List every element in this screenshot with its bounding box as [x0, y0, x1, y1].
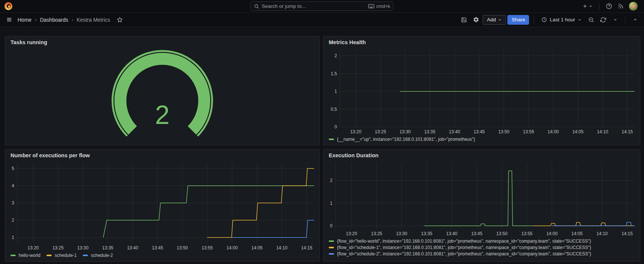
svg-text:1.5: 1.5: [331, 71, 337, 76]
svg-text:14:15: 14:15: [622, 129, 633, 134]
divider: [599, 3, 599, 10]
svg-text:2: 2: [12, 218, 14, 223]
clock-icon: [541, 17, 547, 22]
svg-text:5: 5: [12, 166, 14, 171]
panel-executions-per-flow: Number of executions per flow 13:2013:25…: [5, 149, 320, 262]
svg-text:13:25: 13:25: [371, 231, 382, 236]
svg-text:13:25: 13:25: [52, 245, 64, 251]
dashboard-toolbar: Home › Dashboards › Kestra Metrics Add S…: [0, 13, 644, 27]
settings-button[interactable]: [471, 15, 481, 25]
breadcrumb-current: Kestra Metrics: [77, 17, 110, 23]
executions-chart[interactable]: 13:2013:2513:3013:3513:4013:4513:5013:55…: [5, 160, 319, 252]
new-button[interactable]: [580, 2, 595, 10]
top-nav: Search or jump to... cmd+k: [0, 0, 644, 13]
gauge-value: 2: [155, 100, 170, 130]
svg-text:0: 0: [330, 223, 332, 228]
collapse-toolbar-button[interactable]: [630, 15, 640, 25]
breadcrumb-home[interactable]: Home: [18, 17, 31, 23]
share-button[interactable]: Share: [507, 15, 529, 25]
gauge: 2: [5, 47, 319, 145]
legend-label: {flow_id="hello-world", instance="192.16…: [337, 239, 591, 244]
svg-text:13:50: 13:50: [177, 245, 188, 251]
zoom-out-button[interactable]: [586, 15, 596, 25]
legend-swatch: [329, 247, 334, 248]
panel-header[interactable]: Execution Duration: [323, 149, 640, 160]
svg-text:13:40: 13:40: [449, 129, 460, 134]
svg-text:13:35: 13:35: [424, 129, 435, 134]
refresh-interval-dropdown[interactable]: [610, 15, 620, 25]
svg-text:13:55: 13:55: [523, 129, 534, 134]
svg-text:1: 1: [12, 235, 14, 240]
legend-swatch: [329, 253, 334, 255]
legend-swatch: [10, 255, 16, 256]
profile-button[interactable]: [627, 0, 640, 12]
svg-text:13:35: 13:35: [421, 231, 432, 236]
svg-text:14:15: 14:15: [301, 245, 312, 251]
svg-text:13:30: 13:30: [396, 231, 407, 236]
refresh-button[interactable]: [598, 15, 608, 25]
svg-text:14:15: 14:15: [622, 231, 633, 236]
gauge-arc: 2: [5, 47, 319, 145]
svg-text:3: 3: [12, 200, 14, 206]
chevron-down-icon: [498, 18, 502, 22]
svg-text:13:55: 13:55: [201, 245, 213, 251]
add-button[interactable]: Add: [483, 15, 506, 25]
search-icon: [254, 4, 259, 9]
legend-label: hello-world: [19, 253, 40, 258]
svg-text:14:05: 14:05: [571, 231, 583, 236]
breadcrumb: Home › Dashboards › Kestra Metrics: [18, 16, 124, 24]
plus-icon: [582, 3, 588, 9]
svg-text:13:45: 13:45: [152, 245, 163, 251]
search-input[interactable]: Search or jump to... cmd+k: [250, 1, 394, 11]
svg-text:14:00: 14:00: [547, 129, 559, 134]
panel-execution-duration: Execution Duration 13:2013:2513:3013:351…: [323, 149, 640, 262]
svg-text:2: 2: [334, 53, 337, 58]
divider: [625, 16, 625, 23]
svg-text:13:40: 13:40: [127, 245, 138, 251]
breadcrumb-dashboards[interactable]: Dashboards: [40, 17, 69, 23]
svg-text:13:35: 13:35: [102, 245, 113, 251]
search-shortcut: cmd+k: [368, 4, 390, 9]
news-icon: [617, 3, 624, 9]
save-button[interactable]: [459, 15, 469, 25]
legend-item[interactable]: {__name__="up", instance="192.168.0.101:…: [329, 137, 475, 142]
menu-toggle-button[interactable]: [4, 15, 15, 25]
svg-text:14:00: 14:00: [227, 245, 238, 251]
svg-text:0.5: 0.5: [331, 107, 337, 112]
panel-header[interactable]: Number of executions per flow: [5, 149, 319, 160]
legend-item[interactable]: {flow_id="hello-world", instance="192.16…: [329, 239, 635, 244]
svg-text:13:25: 13:25: [375, 129, 386, 134]
svg-text:14:10: 14:10: [596, 231, 608, 236]
time-range-picker[interactable]: Last 1 hour: [538, 15, 584, 25]
chevron-down-icon: [589, 4, 593, 8]
breadcrumb-separator: ›: [72, 17, 73, 22]
legend-item[interactable]: {flow_id="schedule-2", instance="192.168…: [329, 251, 635, 257]
svg-text:13:50: 13:50: [498, 129, 510, 134]
legend-item[interactable]: hello-world: [10, 253, 40, 258]
keyboard-icon: [368, 4, 374, 9]
svg-text:13:20: 13:20: [346, 231, 357, 236]
panel-metrics-health: Metrics Health 13:2013:2513:3013:3513:40…: [323, 36, 640, 145]
panel-header[interactable]: Metrics Health: [323, 36, 640, 47]
execution-duration-chart[interactable]: 13:2013:2513:3013:3513:4013:4513:5013:55…: [323, 160, 640, 238]
grafana-logo[interactable]: [4, 2, 12, 10]
star-icon[interactable]: [116, 16, 124, 24]
svg-text:13:50: 13:50: [496, 231, 507, 236]
dashboard-grid: Tasks running 2 Metrics Health 13:2013:2…: [0, 27, 644, 262]
legend-swatch: [329, 139, 334, 140]
help-button[interactable]: [604, 1, 614, 11]
panel-header[interactable]: Tasks running: [5, 36, 319, 47]
legend-item[interactable]: schedule-2: [83, 253, 113, 258]
svg-text:14:10: 14:10: [597, 129, 608, 134]
breadcrumb-separator: ›: [35, 17, 36, 22]
panel-tasks-running: Tasks running 2: [5, 36, 320, 145]
legend-item[interactable]: {flow_id="schedule-1", instance="192.168…: [329, 245, 635, 250]
news-button[interactable]: [616, 1, 626, 11]
svg-text:13:45: 13:45: [471, 231, 482, 236]
svg-text:14:00: 14:00: [546, 231, 558, 236]
legend-item[interactable]: schedule-1: [46, 253, 77, 258]
legend-label: {flow_id="schedule-2", instance="192.168…: [337, 251, 591, 257]
avatar: [629, 2, 638, 10]
metrics-health-chart[interactable]: 13:2013:2513:3013:3513:4013:4513:5013:55…: [323, 47, 640, 136]
svg-text:14:05: 14:05: [251, 245, 262, 251]
